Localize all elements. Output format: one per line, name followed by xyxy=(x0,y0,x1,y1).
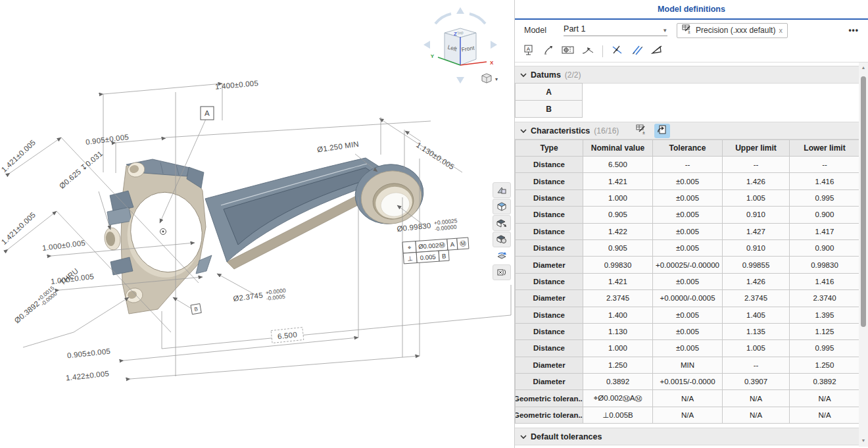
value-cell[interactable]: N/A xyxy=(790,407,860,424)
direction-tool-button[interactable] xyxy=(648,43,665,60)
value-cell[interactable]: N/A xyxy=(790,390,860,407)
datum-row[interactable]: A xyxy=(515,84,859,101)
rotate-view-button[interactable] xyxy=(493,215,511,231)
value-cell[interactable]: 0.3907 xyxy=(723,374,790,390)
value-cell[interactable]: 1.400 xyxy=(583,307,653,324)
value-cell[interactable]: 1.250 xyxy=(790,357,860,374)
value-cell[interactable]: 0.3892 xyxy=(583,374,653,390)
value-cell[interactable]: 1.417 xyxy=(790,224,860,240)
value-cell[interactable]: 0.3892 xyxy=(790,374,860,390)
value-cell[interactable]: 1.395 xyxy=(790,307,860,324)
type-cell[interactable]: Distance xyxy=(516,307,583,324)
table-row[interactable]: Distance0.905±0.0050.9100.900 xyxy=(516,207,859,223)
value-cell[interactable]: 2.3745 xyxy=(723,290,790,307)
value-cell[interactable]: -- xyxy=(790,157,860,173)
value-cell[interactable]: 0.900 xyxy=(790,240,860,257)
column-header[interactable]: Tolerance xyxy=(653,140,723,157)
type-cell[interactable]: Distance xyxy=(516,324,583,340)
table-row[interactable]: Diameter0.99830+0.00025/-0.000000.998550… xyxy=(516,257,859,273)
column-header[interactable]: Nominal value xyxy=(583,140,653,157)
value-cell[interactable]: ±0.005 xyxy=(653,224,723,240)
value-cell[interactable]: ±0.005 xyxy=(653,240,723,257)
value-cell[interactable]: N/A xyxy=(723,407,790,424)
value-cell[interactable]: 1.416 xyxy=(790,173,860,189)
table-row[interactable]: Distance6.500------ xyxy=(516,157,859,173)
value-cell[interactable]: 1.125 xyxy=(790,324,860,340)
value-cell[interactable]: ⊥0.005B xyxy=(583,407,653,424)
value-cell[interactable]: 2.3745 xyxy=(583,290,653,307)
type-cell[interactable]: Distance xyxy=(516,224,583,240)
dim-1421-b[interactable]: 1.421±0.005 xyxy=(0,211,37,246)
type-cell[interactable]: Diameter xyxy=(516,257,583,273)
feature-control-frame[interactable]: ⌖ Ø0.002Ⓜ A Ⓜ ⊥ 0.005 B xyxy=(402,237,470,264)
scrollbar-thumb[interactable] xyxy=(861,76,866,327)
datum-label-a[interactable]: A xyxy=(201,107,214,120)
scroll-up-arrow-icon[interactable]: ▲ xyxy=(859,62,868,72)
table-row[interactable]: Distance1.400±0.0051.4051.395 xyxy=(516,307,859,324)
table-row[interactable]: Geometric toleran...⊥0.005BN/AN/AN/A xyxy=(516,407,859,424)
dim-1130[interactable]: 1.130±0.005 xyxy=(415,141,456,171)
fit-view-button[interactable] xyxy=(493,264,511,280)
value-cell[interactable]: 1.421 xyxy=(583,173,653,189)
value-cell[interactable]: 1.250 xyxy=(583,357,653,374)
dim-0905-top[interactable]: 0.905±0.005 xyxy=(85,133,129,146)
value-cell[interactable]: N/A xyxy=(653,390,723,407)
value-cell[interactable]: N/A xyxy=(653,407,723,424)
value-cell[interactable]: 6.500 xyxy=(583,157,653,173)
value-cell[interactable]: ±0.005 xyxy=(653,207,723,223)
dim-1250-min[interactable]: Ø1.250 MIN xyxy=(316,140,359,154)
datum-cell[interactable]: B xyxy=(515,100,583,118)
fcf-tool-button[interactable] xyxy=(560,43,577,60)
overflow-menu-button[interactable]: ••• xyxy=(848,26,859,35)
value-cell[interactable]: -- xyxy=(723,157,790,173)
type-cell[interactable]: Distance xyxy=(516,207,583,223)
value-cell[interactable]: -- xyxy=(653,157,723,173)
value-cell[interactable]: ±0.005 xyxy=(653,307,723,324)
view-options-button[interactable]: ▾ xyxy=(482,74,498,83)
value-cell[interactable]: 0.99855 xyxy=(723,257,790,273)
value-cell[interactable]: N/A xyxy=(723,390,790,407)
dim-1422[interactable]: 1.422±0.005 xyxy=(66,370,110,382)
column-header[interactable]: Type xyxy=(516,140,583,157)
value-cell[interactable]: +0.00025/-0.00000 xyxy=(653,257,723,273)
dim-1000-a[interactable]: 1.000±0.005 xyxy=(41,239,85,252)
value-cell[interactable]: 0.995 xyxy=(790,190,860,207)
type-cell[interactable]: Distance xyxy=(516,173,583,189)
value-cell[interactable]: 1.000 xyxy=(583,340,653,357)
default-tolerances-section-header[interactable]: Default tolerances xyxy=(515,428,859,445)
precision-chip-close[interactable]: x xyxy=(779,26,783,34)
value-cell[interactable]: 1.135 xyxy=(723,324,790,340)
leader-tool-button[interactable] xyxy=(540,43,557,60)
type-cell[interactable]: Distance xyxy=(516,340,583,357)
table-row[interactable]: Distance0.905±0.0050.9100.900 xyxy=(516,240,859,257)
dim-03892[interactable]: Ø0.3892 +0.0015 -0.0000 THRU xyxy=(12,266,82,327)
value-cell[interactable]: 1.426 xyxy=(723,274,790,290)
scroll-down-arrow-icon[interactable]: ▼ xyxy=(859,436,868,445)
value-cell[interactable]: ±0.005 xyxy=(653,190,723,207)
value-cell[interactable]: 1.005 xyxy=(723,340,790,357)
table-row[interactable]: Distance1.421±0.0051.4261.416 xyxy=(516,274,859,290)
type-cell[interactable]: Distance xyxy=(516,190,583,207)
dim-1421-a[interactable]: 1.421±0.005 xyxy=(0,138,37,174)
value-cell[interactable]: 0.99830 xyxy=(790,257,860,273)
3d-viewport[interactable]: 1.400±0.005 0.905±0.005 1.421±0.005 Ø0.6… xyxy=(0,0,514,448)
type-cell[interactable]: Diameter xyxy=(516,374,583,390)
value-cell[interactable]: MIN xyxy=(653,357,723,374)
datums-section-header[interactable]: Datums (2/2) xyxy=(515,66,859,84)
tab-model-definitions[interactable]: Model definitions xyxy=(658,5,725,14)
value-cell[interactable]: 0.910 xyxy=(723,207,790,223)
value-cell[interactable]: ±0.005 xyxy=(653,340,723,357)
value-cell[interactable]: +0.0000/-0.0005 xyxy=(653,290,723,307)
value-cell[interactable]: 1.130 xyxy=(583,324,653,340)
value-cell[interactable]: 1.005 xyxy=(723,190,790,207)
value-cell[interactable]: 1.427 xyxy=(723,224,790,240)
type-cell[interactable]: Geometric toleran... xyxy=(516,407,583,424)
value-cell[interactable]: +0.0015/-0.0000 xyxy=(653,374,723,390)
parallel-tool-button[interactable] xyxy=(629,43,646,60)
table-row[interactable]: Distance1.000±0.0051.0050.995 xyxy=(516,190,859,207)
angle-measure-tool-button[interactable] xyxy=(609,43,626,60)
view-cube[interactable]: Top Left Front Z Y X ▾ xyxy=(423,7,498,84)
pan-view-button[interactable] xyxy=(493,248,511,264)
value-cell[interactable]: 1.421 xyxy=(583,274,653,290)
type-cell[interactable]: Distance xyxy=(516,157,583,173)
